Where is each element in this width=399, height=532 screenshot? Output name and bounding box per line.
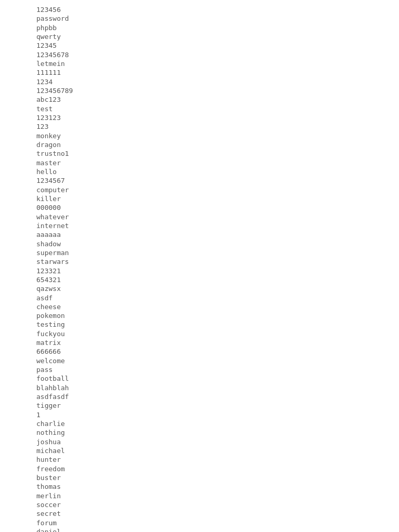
- list-item: shadow: [36, 240, 363, 248]
- list-item: joshua: [36, 437, 363, 446]
- list-item: qazwsx: [36, 284, 363, 293]
- list-item: 1234567: [36, 176, 363, 185]
- list-item: 000000: [36, 203, 363, 212]
- list-item: test: [36, 104, 363, 113]
- list-item: phpbb: [36, 23, 363, 32]
- list-item: tigger: [36, 401, 363, 410]
- list-item: abc123: [36, 95, 363, 104]
- list-item: charlie: [36, 419, 363, 428]
- list-item: monkey: [36, 131, 363, 140]
- list-item: pass: [36, 365, 363, 374]
- list-item: computer: [36, 185, 363, 194]
- list-item: nothing: [36, 428, 363, 437]
- list-item: buster: [36, 473, 363, 482]
- list-item: forum: [36, 518, 363, 527]
- list-item: starwars: [36, 257, 363, 266]
- list-item: secret: [36, 509, 363, 518]
- list-item: dragon: [36, 140, 363, 149]
- list-item: welcome: [36, 356, 363, 365]
- list-item: internet: [36, 221, 363, 230]
- list-item: pokemon: [36, 311, 363, 320]
- list-item: 123: [36, 122, 363, 131]
- list-item: asdf: [36, 294, 363, 302]
- list-item: thomas: [36, 482, 363, 491]
- list-item: 12345678: [36, 50, 363, 59]
- list-item: superman: [36, 248, 363, 257]
- list-item: blahblah: [36, 383, 363, 392]
- list-item: master: [36, 158, 363, 167]
- list-item: testing: [36, 320, 363, 329]
- list-item: killer: [36, 194, 363, 203]
- list-item: daniel: [36, 527, 363, 532]
- list-item: whatever: [36, 212, 363, 221]
- list-item: 123456789: [36, 86, 363, 95]
- list-item: hunter: [36, 455, 363, 464]
- list-item: fuckyou: [36, 329, 363, 338]
- list-item: merlin: [36, 491, 363, 500]
- list-item: qwerty: [36, 32, 363, 41]
- list-item: matrix: [36, 338, 363, 347]
- list-item: aaaaaa: [36, 230, 363, 239]
- list-item: 111111: [36, 68, 363, 77]
- list-item: cheese: [36, 302, 363, 311]
- list-item: trustno1: [36, 149, 363, 158]
- list-item: asdfasdf: [36, 392, 363, 401]
- list-item: hello: [36, 167, 363, 176]
- list-item: 123123: [36, 113, 363, 122]
- list-item: 666666: [36, 347, 363, 356]
- list-item: freedom: [36, 464, 363, 473]
- list-item: 123456: [36, 5, 363, 14]
- list-item: soccer: [36, 500, 363, 509]
- password-list: 123456passwordphpbbqwerty1234512345678le…: [36, 5, 363, 532]
- list-item: 12345: [36, 41, 363, 50]
- list-item: football: [36, 374, 363, 383]
- list-item: letmein: [36, 59, 363, 68]
- list-item: michael: [36, 446, 363, 455]
- list-item: 123321: [36, 267, 363, 275]
- list-item: 1: [36, 410, 363, 419]
- list-item: 1234: [36, 77, 363, 86]
- list-item: password: [36, 14, 363, 23]
- list-item: 654321: [36, 275, 363, 284]
